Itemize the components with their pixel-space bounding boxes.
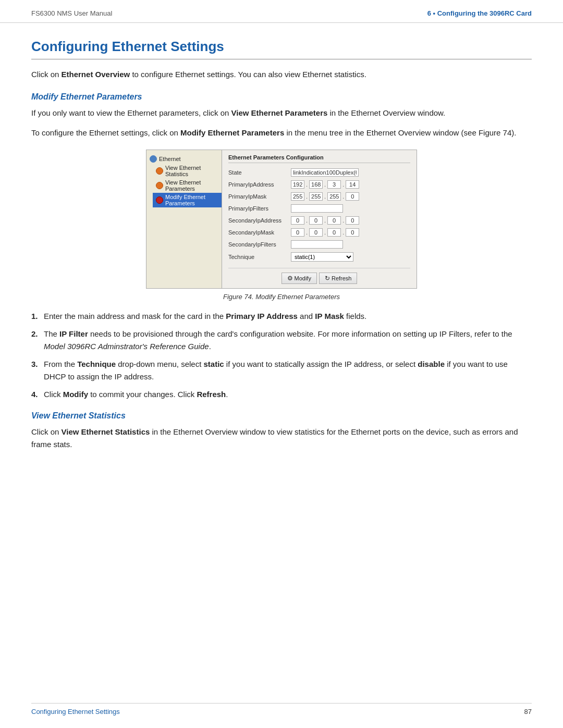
modify-label: Modify: [295, 275, 311, 281]
secondary-ip-2[interactable]: [309, 216, 323, 225]
step-1-content: Enter the main address and mask for the …: [44, 310, 532, 323]
step4-bold1: Modify: [63, 390, 88, 399]
primary-mask-2[interactable]: [309, 192, 323, 201]
step4-bold2: Refresh: [197, 390, 226, 399]
tree-item-view-stats[interactable]: View Ethernet Statistics: [153, 164, 222, 178]
header-manual-title: FS6300 NMS User Manual: [31, 9, 112, 17]
step2-italic: Model 3096RC Adminstrator's Reference Gu…: [44, 342, 209, 351]
step-1-num: 1.: [31, 310, 44, 323]
secondary-ip-1[interactable]: [291, 216, 304, 225]
primary-mask-1[interactable]: [291, 192, 304, 201]
footer-section-title: Configuring Ethernet Settings: [31, 708, 120, 715]
label-secondary-filters: SecondaryIpFilters: [228, 241, 291, 248]
intro-bold: Ethernet Overview: [62, 70, 130, 79]
main-content: Configuring Ethernet Settings Click on E…: [0, 23, 563, 500]
section2-heading: View Ethernet Statistics: [31, 411, 532, 421]
tree-root: Ethernet: [146, 154, 222, 164]
secondary-mask-4[interactable]: [346, 228, 359, 237]
label-technique: Technique: [228, 254, 291, 260]
step-2-content: The IP Filter needs to be provisioned th…: [44, 328, 532, 353]
modify-button[interactable]: ⚙ Modify: [282, 273, 317, 284]
tree-label-view-params: View Ethernet Parameters: [165, 179, 218, 192]
secondary-mask-1[interactable]: [291, 228, 304, 237]
primary-ip-3[interactable]: [327, 180, 341, 189]
label-primary-mask: PrimaryIpMask: [228, 193, 291, 200]
step3-bold1: Technique: [77, 360, 116, 368]
config-row-primary-ip: PrimaryIpAddress . . .: [228, 180, 410, 189]
primary-mask-group: . . .: [291, 192, 359, 201]
step-2-num: 2.: [31, 328, 44, 353]
primary-ip-4[interactable]: [346, 180, 359, 189]
tree-item-modify-params[interactable]: Modify Ethernet Parameters: [153, 193, 222, 207]
section2-para: Click on View Ethernet Statistics in the…: [31, 426, 532, 451]
tree-label-modify-params: Modify Ethernet Parameters: [165, 194, 218, 206]
tree-root-icon: [150, 155, 157, 163]
step1-bold2: IP Mask: [315, 312, 344, 320]
modify-params-bold: Modify Ethernet Parameters: [180, 128, 284, 137]
header-chapter: 6 • Configuring the 3096RC Card: [427, 9, 532, 17]
config-row-technique: Technique static(1) disable: [228, 252, 410, 262]
label-secondary-mask: SecondaryIpMask: [228, 229, 291, 236]
label-primary-ip: PrimaryIpAddress: [228, 181, 291, 188]
tree-icon-view-stats: [156, 167, 163, 175]
tree-icon-modify-params: [156, 196, 163, 204]
step-4: 4. Click Modify to commit your changes. …: [31, 388, 532, 401]
section1-para2: To configure the Ethernet settings, clic…: [31, 127, 532, 139]
tree-label-view-stats: View Ethernet Statistics: [165, 165, 218, 177]
primary-mask-4[interactable]: [346, 192, 359, 201]
step-4-num: 4.: [31, 388, 44, 401]
page-title: Configuring Ethernet Settings: [31, 39, 532, 59]
step-4-content: Click Modify to commit your changes. Cli…: [44, 388, 532, 401]
section1-para1: If you only want to view the Ethernet pa…: [31, 107, 532, 119]
step1-bold1: Primary IP Address: [226, 312, 298, 320]
figure-caption: Figure 74. Modify Ethernet Parameters: [223, 293, 340, 301]
step-3: 3. From the Technique drop-down menu, se…: [31, 358, 532, 383]
refresh-label: Refresh: [332, 275, 352, 281]
input-state[interactable]: [291, 168, 359, 177]
tree-icon-view-params: [156, 182, 163, 189]
primary-ip-1[interactable]: [291, 180, 304, 189]
view-params-bold: View Ethernet Parameters: [231, 108, 328, 117]
config-row-secondary-filters: SecondaryIpFilters: [228, 240, 410, 249]
intro-paragraph: Click on Ethernet Overview to configure …: [31, 69, 532, 81]
figure-box: Ethernet View Ethernet Statistics View E…: [146, 150, 417, 289]
section1-heading: Modify Ethernet Parameters: [31, 92, 532, 102]
tree-root-label: Ethernet: [159, 156, 181, 162]
button-row: ⚙ Modify ↻ Refresh: [228, 268, 410, 284]
footer-page-number: 87: [524, 708, 532, 715]
secondary-mask-2[interactable]: [309, 228, 323, 237]
figure-container: Ethernet View Ethernet Statistics View E…: [31, 150, 532, 301]
step3-bold2: static: [204, 360, 224, 368]
config-row-secondary-ip: SecondaryIpAddress . . .: [228, 216, 410, 225]
secondary-ip-3[interactable]: [327, 216, 341, 225]
secondary-mask-3[interactable]: [327, 228, 341, 237]
config-panel-title: Ethernet Parameters Configuration: [228, 154, 410, 163]
config-row-primary-filters: PrimaryIpFilters: [228, 204, 410, 213]
label-state: State: [228, 169, 291, 176]
step3-bold3: disable: [418, 360, 445, 368]
page-footer: Configuring Ethernet Settings 87: [31, 703, 532, 715]
input-primary-filters[interactable]: [291, 204, 343, 213]
tree-item-view-params[interactable]: View Ethernet Parameters: [153, 178, 222, 193]
input-secondary-filters[interactable]: [291, 240, 343, 249]
label-primary-filters: PrimaryIpFilters: [228, 205, 291, 212]
step2-bold1: IP Filter: [59, 329, 88, 338]
refresh-button[interactable]: ↻ Refresh: [319, 273, 358, 284]
config-panel: Ethernet Parameters Configuration State …: [222, 150, 417, 288]
label-secondary-ip: SecondaryIpAddress: [228, 217, 291, 224]
config-row-primary-mask: PrimaryIpMask . . .: [228, 192, 410, 201]
page-header: FS6300 NMS User Manual 6 • Configuring t…: [0, 0, 563, 23]
select-technique[interactable]: static(1) disable: [291, 252, 353, 262]
secondary-ip-4[interactable]: [346, 216, 359, 225]
config-row-state: State: [228, 168, 410, 177]
step-2: 2. The IP Filter needs to be provisioned…: [31, 328, 532, 353]
secondary-mask-group: . . .: [291, 228, 359, 237]
primary-ip-2[interactable]: [309, 180, 323, 189]
config-row-secondary-mask: SecondaryIpMask . . .: [228, 228, 410, 237]
secondary-ip-group: . . .: [291, 216, 359, 225]
refresh-icon: ↻: [325, 275, 330, 282]
modify-icon: ⚙: [287, 275, 293, 282]
step-3-num: 3.: [31, 358, 44, 383]
primary-mask-3[interactable]: [327, 192, 341, 201]
primary-ip-group: . . .: [291, 180, 359, 189]
